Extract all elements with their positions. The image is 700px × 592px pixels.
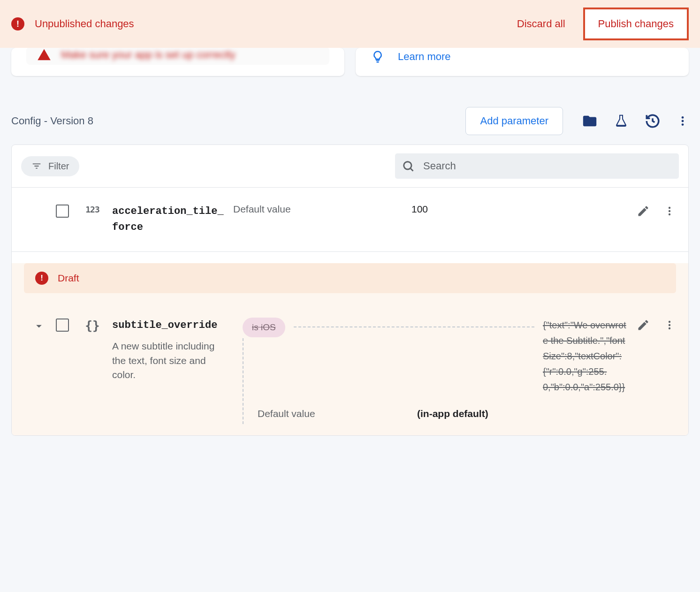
json-type-badge: {}	[82, 319, 103, 333]
param-name: subtitle_override	[112, 318, 229, 334]
more-vert-icon[interactable]	[677, 115, 689, 127]
draft-banner: ! Draft	[24, 263, 676, 293]
default-value: 100	[411, 204, 428, 215]
row-checkbox[interactable]	[56, 205, 69, 218]
filter-label: Filter	[48, 161, 69, 172]
row-checkbox[interactable]	[56, 319, 69, 332]
param-name: acceleration_tile_force	[112, 204, 229, 235]
learn-more-link[interactable]: Learn more	[398, 51, 451, 63]
publish-changes-button[interactable]: Publish changes	[587, 11, 685, 37]
parameter-row: 123 acceleration_tile_force Default valu…	[12, 188, 688, 252]
unpublished-banner: ! Unpublished changes Discard all Publis…	[0, 0, 700, 48]
draft-label: Draft	[58, 273, 79, 284]
svg-point-8	[669, 324, 670, 326]
default-value-label: Default value	[233, 204, 411, 215]
publish-highlight: Publish changes	[583, 8, 689, 40]
setup-warning-text: Make sure your app is set up correctly	[61, 49, 236, 61]
svg-point-7	[669, 321, 670, 323]
more-vert-icon[interactable]	[664, 205, 675, 217]
svg-point-9	[669, 327, 670, 329]
alert-icon: !	[35, 272, 48, 285]
filter-icon	[31, 161, 42, 171]
search-box[interactable]	[395, 153, 679, 179]
vertical-connector	[243, 338, 243, 424]
flask-icon[interactable]	[614, 114, 629, 129]
folder-icon[interactable]	[582, 113, 598, 129]
search-icon	[402, 159, 415, 173]
parameter-row: {} subtitle_override A new subtitle incl…	[12, 302, 688, 435]
param-description: A new subtitle including the text, font …	[112, 339, 229, 382]
discard-all-button[interactable]: Discard all	[514, 17, 568, 30]
setup-card: Make sure your app is set up correctly	[11, 48, 344, 76]
chevron-down-icon[interactable]	[32, 319, 46, 333]
condition-value: {"text":"We overwrote the Subtitle.","fo…	[543, 318, 627, 395]
svg-point-1	[682, 120, 684, 122]
svg-point-3	[404, 162, 411, 169]
history-icon[interactable]	[645, 113, 661, 129]
warning-triangle-icon	[36, 48, 53, 62]
parameters-panel: Filter 123 acceleration_tile_force Defau…	[11, 144, 689, 436]
learn-card: Learn more	[356, 48, 689, 76]
config-version-title: Config - Version 8	[11, 115, 465, 127]
banner-title: Unpublished changes	[35, 18, 514, 30]
filter-button[interactable]: Filter	[21, 156, 79, 176]
default-value-label: Default value	[258, 408, 417, 419]
svg-point-5	[669, 210, 670, 212]
alert-icon: !	[11, 17, 24, 30]
lightbulb-icon	[371, 50, 385, 64]
condition-chip: is iOS	[243, 318, 285, 337]
svg-point-2	[682, 123, 684, 126]
svg-point-0	[682, 116, 684, 119]
dashed-connector	[294, 326, 534, 327]
edit-icon[interactable]	[637, 205, 650, 218]
default-value: (in-app default)	[417, 408, 488, 419]
svg-point-6	[669, 213, 670, 215]
edit-icon[interactable]	[637, 319, 650, 332]
number-type-badge: 123	[82, 205, 103, 214]
draft-section: ! Draft {} subtitle_override A new subti…	[12, 263, 688, 435]
search-input[interactable]	[422, 159, 672, 173]
svg-point-4	[669, 207, 670, 209]
add-parameter-button[interactable]: Add parameter	[465, 107, 563, 135]
more-vert-icon[interactable]	[664, 319, 675, 331]
